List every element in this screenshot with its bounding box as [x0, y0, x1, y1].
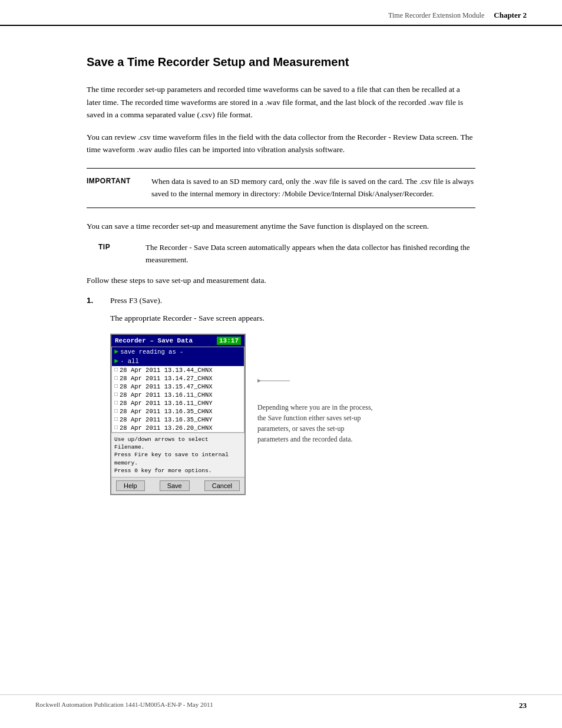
device-time: 13:17: [217, 337, 241, 345]
folder-icon-3: □: [114, 391, 118, 398]
list-item-1[interactable]: □ 28 Apr 2011 13.14.27_CHNX: [112, 374, 244, 383]
callout-text: Depending where you are in the process, …: [257, 402, 375, 444]
important-label: IMPORTANT: [87, 176, 151, 200]
folder-icon-6: □: [114, 416, 118, 423]
list-item-label-2: 28 Apr 2011 13.15.47_CHNX: [120, 383, 213, 390]
list-item-7[interactable]: □ 28 Apr 2011 13.26.20_CHNX: [112, 424, 244, 432]
list-item-save-as[interactable]: ► save reading as -: [112, 347, 244, 357]
header-title: Time Recorder Extension Module: [388, 11, 484, 20]
folder-icon-1: □: [114, 375, 118, 381]
status-line-2: Press Fire key to save to internal memor…: [114, 451, 242, 467]
cancel-button[interactable]: Cancel: [204, 480, 240, 491]
list-item-label-5: 28 Apr 2011 13.16.35_CHNX: [120, 408, 213, 415]
help-button[interactable]: Help: [116, 480, 145, 491]
device-screen: Recorder – Save Data 13:17 ► save readin…: [110, 334, 246, 495]
list-item-5[interactable]: □ 28 Apr 2011 13.16.35_CHNX: [112, 407, 244, 416]
list-item-all[interactable]: ► · all: [112, 357, 244, 366]
paragraph-2: You can review .csv time waveform files …: [87, 131, 475, 156]
svg-marker-1: [257, 379, 261, 383]
list-item-label-7: 28 Apr 2011 13.26.20_CHNX: [120, 424, 213, 431]
list-item-3[interactable]: □ 28 Apr 2011 13.16.11_CHNX: [112, 391, 244, 399]
footer-page-number: 23: [519, 701, 527, 710]
tip-box: TIP The Recorder - Save Data screen auto…: [87, 242, 475, 266]
folder-icon-0: □: [114, 367, 118, 373]
steps-intro: Follow these steps to save set-up and me…: [87, 276, 475, 285]
list-item-6[interactable]: □ 28 Apr 2011 13.16.35_CHNY: [112, 416, 244, 424]
important-content: When data is saved to an SD memory card,…: [151, 176, 475, 200]
list-item-label-3: 28 Apr 2011 13.16.11_CHNX: [120, 391, 213, 398]
device-status-text: Use up/down arrows to select Filename. P…: [111, 433, 244, 477]
header-chapter: Chapter 2: [494, 11, 527, 20]
callout-container: Depending where you are in the process, …: [257, 334, 375, 444]
arrow-icon-2: ►: [114, 357, 118, 365]
callout-line-svg: [257, 363, 299, 398]
device-title-bar: Recorder – Save Data 13:17: [111, 335, 244, 347]
list-item-label-0: 28 Apr 2011 13.13.44_CHNX: [120, 367, 213, 374]
important-box: IMPORTANT When data is saved to an SD me…: [87, 168, 475, 208]
step-1-result: The appropriate Recorder - Save screen a…: [87, 314, 475, 323]
device-title-text: Recorder – Save Data: [115, 337, 193, 344]
save-button[interactable]: Save: [160, 480, 190, 491]
list-item-0[interactable]: □ 28 Apr 2011 13.13.44_CHNX: [112, 366, 244, 374]
list-item-4[interactable]: □ 28 Apr 2011 13.16.11_CHNY: [112, 399, 244, 407]
folder-icon-2: □: [114, 383, 118, 390]
device-buttons: Help Save Cancel: [111, 477, 244, 494]
arrow-icon: ►: [114, 348, 118, 356]
step-1-number: 1.: [87, 296, 110, 305]
device-list: ► save reading as - ► · all □ 28 Apr 201…: [111, 347, 244, 433]
list-item-2[interactable]: □ 28 Apr 2011 13.15.47_CHNX: [112, 383, 244, 391]
status-line-1: Use up/down arrows to select Filename.: [114, 436, 242, 452]
screenshot-container: Recorder – Save Data 13:17 ► save readin…: [87, 334, 475, 495]
list-item-label-all: · all: [120, 358, 139, 365]
folder-icon-5: □: [114, 408, 118, 414]
page-content: Save a Time Recorder Setup and Measureme…: [51, 26, 511, 531]
footer-publication: Rockwell Automation Publication 1441-UM0…: [35, 701, 213, 710]
list-item-label-4: 28 Apr 2011 13.16.11_CHNY: [120, 400, 213, 407]
list-item-label-1: 28 Apr 2011 13.14.27_CHNX: [120, 375, 213, 382]
list-item-label: save reading as -: [120, 348, 183, 355]
list-item-label-6: 28 Apr 2011 13.16.35_CHNY: [120, 416, 213, 423]
paragraph-1: The time recorder set-up parameters and …: [87, 83, 475, 121]
tip-label: TIP: [98, 242, 146, 266]
step-1: 1. Press F3 (Save).: [87, 296, 475, 305]
paragraph-3: You can save a time recorder set-up and …: [87, 220, 475, 233]
page-footer: Rockwell Automation Publication 1441-UM0…: [0, 694, 562, 710]
page-header: Time Recorder Extension Module Chapter 2: [0, 0, 562, 26]
status-line-3: Press 0 key for more options.: [114, 467, 242, 475]
step-1-text: Press F3 (Save).: [110, 296, 162, 305]
folder-icon-4: □: [114, 400, 118, 406]
tip-content: The Recorder - Save Data screen automati…: [146, 242, 475, 266]
section-title: Save a Time Recorder Setup and Measureme…: [87, 55, 475, 69]
folder-icon-7: □: [114, 424, 118, 431]
